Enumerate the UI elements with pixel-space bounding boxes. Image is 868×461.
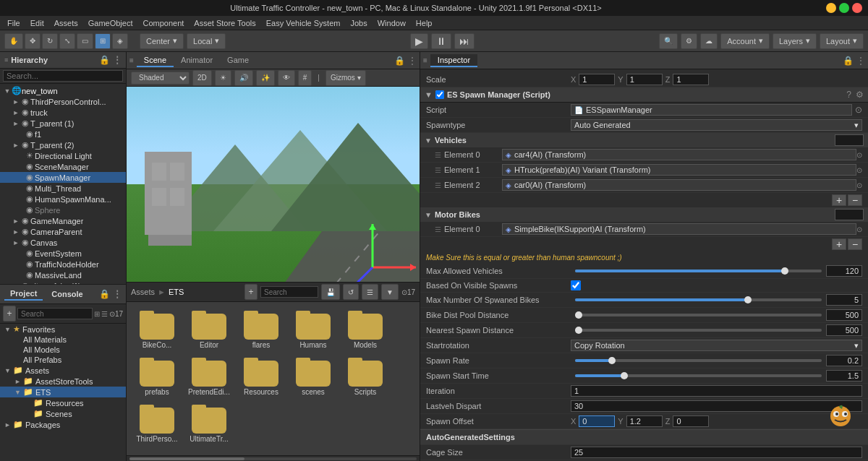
pause-btn[interactable]: ⏸	[431, 33, 451, 49]
scene-view[interactable]: ← → ↑ →	[127, 87, 420, 282]
motorbikes-count[interactable]: 1	[835, 209, 864, 220]
scene-lock-icon[interactable]: 🔒	[394, 56, 405, 66]
asset-PretendEdi[interactable]: PretendEdi...	[184, 355, 234, 399]
asset-BikeControl[interactable]: BikeCo...	[132, 308, 182, 352]
menu-component[interactable]: Component	[138, 17, 188, 29]
script-pin-icon[interactable]: ⊙	[855, 105, 862, 115]
tree-item-truck[interactable]: ► ◉ truck	[0, 107, 126, 118]
project-list-icon[interactable]: ☰	[101, 310, 108, 318]
scale-y-input[interactable]	[626, 74, 663, 85]
play-btn[interactable]: ▶	[410, 33, 428, 49]
menu-help[interactable]: Help	[412, 17, 437, 29]
visible-spawns-checkbox[interactable]	[571, 280, 581, 290]
inspector-lock-icon[interactable]: 🔒	[843, 56, 854, 66]
slider-thumb[interactable]	[608, 357, 616, 364]
console-tab[interactable]: Console	[46, 288, 88, 300]
asset-Resources[interactable]: Resources	[237, 355, 286, 399]
tree-item-EventSystem[interactable]: ◉ EventSystem	[0, 248, 126, 259]
scale-tool-btn[interactable]: ⤡	[59, 33, 75, 49]
asset-prefabs[interactable]: prefabs	[132, 355, 182, 399]
project-lock-icon[interactable]: 🔒	[99, 289, 110, 299]
component-enable-checkbox[interactable]	[435, 90, 444, 99]
tree-item-CameraParent[interactable]: ► ◉ CameraParent	[0, 226, 126, 237]
rect-tool-btn[interactable]: ▭	[77, 33, 93, 49]
slider-thumb[interactable]	[575, 311, 582, 319]
scene-tab[interactable]: Scene	[137, 54, 174, 67]
audio-btn[interactable]: 🔊	[234, 70, 253, 86]
fx-btn[interactable]: ✨	[256, 70, 275, 86]
bike-dist-slider[interactable]	[575, 314, 822, 316]
tree-item-Sphere[interactable]: ◉ Sphere	[0, 204, 126, 215]
asset-Scripts[interactable]: Scripts	[341, 355, 390, 399]
menu-window[interactable]: Window	[373, 17, 410, 29]
menu-assets[interactable]: Assets	[50, 17, 82, 29]
assets-refresh-btn[interactable]: ↺	[343, 284, 359, 300]
tree-item-HumanSpawnMana[interactable]: ◉ HumanSpawnMana...	[0, 194, 126, 204]
center-dropdown[interactable]: Center▾	[140, 33, 184, 49]
menu-assetstoretools[interactable]: Asset Store Tools	[190, 17, 260, 29]
scene-view-btn[interactable]: 👁	[278, 70, 295, 86]
asset-ThirdPerso[interactable]: ThirdPerso...	[132, 402, 182, 446]
slider-thumb[interactable]	[781, 267, 788, 275]
all-models[interactable]: All Models	[0, 345, 126, 355]
search-btn[interactable]: 🔍	[659, 33, 678, 49]
max-bikes-slider[interactable]	[575, 298, 822, 301]
assets-header[interactable]: ▼ 📁 Assets	[0, 365, 126, 376]
nearest-spawn-input[interactable]	[826, 324, 862, 336]
grid-btn[interactable]: #	[298, 70, 312, 86]
maximize-btn[interactable]	[839, 3, 849, 13]
max-bikes-input[interactable]	[826, 294, 862, 306]
tree-item-T_parent2[interactable]: ► ◉ T_parent (2)	[0, 139, 126, 150]
menu-gameobject[interactable]: GameObject	[84, 17, 137, 29]
spawn-start-input[interactable]	[826, 370, 862, 382]
tree-item-ThirdPersonControl[interactable]: ► ◉ ThirdPersonControl...	[0, 96, 126, 107]
asset-UltimateTr[interactable]: UltimateTr...	[184, 402, 234, 446]
asset-Humans[interactable]: Humans	[289, 308, 338, 352]
project-view-icon[interactable]: ⊞	[94, 310, 100, 318]
startrotation-dropdown[interactable]: Copy Rotation ▾	[571, 340, 862, 351]
assetstoretools-item[interactable]: ► 📁 AssetStoreTools	[0, 376, 126, 387]
spawn-offset-z[interactable]	[673, 415, 709, 427]
all-prefabs[interactable]: All Prefabs	[0, 355, 126, 365]
resources-item[interactable]: 📁 Resources	[0, 397, 126, 408]
assets-filter-btn[interactable]: ▼	[381, 284, 399, 300]
tree-item-T_parent1[interactable]: ► ◉ T_parent (1)	[0, 118, 126, 129]
assets-search[interactable]	[260, 286, 318, 298]
add-folder-btn[interactable]: +	[3, 306, 16, 322]
scale-x-input[interactable]	[579, 74, 615, 85]
inspector-tab[interactable]: Inspector	[430, 54, 477, 67]
spawn-offset-x[interactable]	[579, 415, 615, 427]
close-btn[interactable]	[852, 3, 862, 13]
cloud-btn[interactable]: ☁	[700, 33, 718, 49]
menu-edit[interactable]: Edit	[26, 17, 48, 29]
bikes-add-btn[interactable]: +	[832, 238, 846, 250]
component-help-icon[interactable]: ?	[846, 90, 851, 100]
motorbikes-toggle[interactable]: ▼	[425, 211, 432, 219]
2d-toggle[interactable]: 2D	[192, 70, 212, 86]
element-gear-1[interactable]: ⊙	[856, 166, 862, 174]
move-tool-btn[interactable]: ✥	[25, 33, 41, 49]
gizmos-btn[interactable]: Gizmos ▾	[326, 70, 366, 86]
project-tab[interactable]: Project	[4, 288, 43, 301]
vehicles-count[interactable]: 3	[835, 134, 864, 146]
tree-item-SceneManager[interactable]: ◉ SceneManager	[0, 161, 126, 172]
vehicles-toggle[interactable]: ▼	[425, 137, 432, 145]
tree-item-Multi_Thread[interactable]: ◉ Multi_Thread	[0, 183, 126, 194]
shading-dropdown[interactable]: Shaded Wireframe	[131, 72, 190, 85]
transform-tool-btn[interactable]: ⊞	[95, 33, 111, 49]
menu-jobs[interactable]: Jobs	[346, 17, 371, 29]
project-more-icon[interactable]: ⋮	[113, 289, 122, 299]
bikes-remove-btn[interactable]: −	[848, 238, 862, 250]
step-btn[interactable]: ⏭	[454, 33, 475, 49]
slider-thumb[interactable]	[575, 327, 582, 334]
all-materials[interactable]: All Materials	[0, 335, 126, 345]
assets-create-btn[interactable]: +	[244, 284, 258, 300]
max-vehicles-slider[interactable]	[575, 270, 822, 272]
asset-Editor[interactable]: Editor	[184, 308, 234, 352]
rotate-tool-btn[interactable]: ↻	[42, 33, 58, 49]
hierarchy-search[interactable]	[3, 70, 123, 82]
spawn-rate-input[interactable]	[826, 355, 862, 366]
tree-item-Canvas[interactable]: ► ◉ Canvas	[0, 237, 126, 248]
scale-z-input[interactable]	[673, 74, 709, 85]
lighting-btn[interactable]: ☀	[215, 70, 231, 86]
